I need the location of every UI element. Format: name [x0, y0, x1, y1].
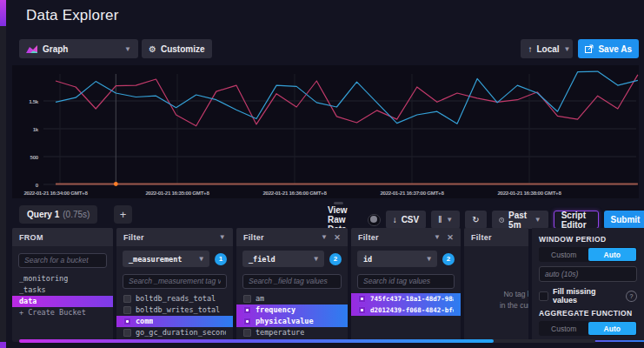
filter-item[interactable]: 745fc437-18a1-48d7-98a6-7… — [351, 293, 461, 304]
script-editor-button[interactable]: Script Editor — [554, 211, 599, 229]
refresh-button[interactable]: ↻ — [465, 211, 486, 229]
chevron-down-icon[interactable]: ▼ — [321, 233, 328, 241]
nav-rail-bottom — [0, 342, 6, 348]
x-tick-label: 2022-01-21 16:38:00 GMT+8 — [497, 190, 561, 196]
close-icon[interactable]: ✕ — [447, 233, 454, 242]
filter-item[interactable]: comm — [116, 316, 233, 327]
tag-key-dropdown[interactable]: _measurement ▼ — [123, 251, 209, 267]
y-tick-label: 1.5k — [29, 98, 39, 104]
filter-item-label: temperature — [256, 328, 304, 337]
filter-item[interactable]: temperature — [236, 327, 348, 338]
item-checkbox[interactable] — [358, 295, 366, 303]
chart-canvas[interactable]: 05001k1.5k2022-01-21 16:34:00 GMT+82022-… — [12, 65, 639, 198]
chevron-down-icon: ▼ — [534, 216, 541, 224]
resize-drag-handle[interactable] — [334, 202, 343, 204]
id-list: 745fc437-18a1-48d7-98a6-7… d2012439-f068… — [351, 293, 461, 316]
selected-count-badge: 2 — [442, 253, 455, 265]
filter-item-label: go_gc_duration_seconds — [136, 328, 226, 337]
filter-panel-header: Filter ▼ — [116, 228, 233, 246]
window-period-heading: WINDOW PERIOD — [539, 235, 637, 244]
toggle-knob — [370, 216, 377, 223]
pause-refresh-dropdown[interactable]: ‖ ▼ — [431, 211, 460, 229]
view-raw-data-toggle[interactable] — [368, 214, 381, 226]
query-duration: (0.75s) — [63, 210, 90, 219]
fill-missing-checkbox[interactable] — [539, 291, 548, 301]
item-checkbox[interactable] — [243, 329, 251, 337]
bucket-label: _tasks — [19, 285, 46, 294]
submit-button[interactable]: Submit — [604, 211, 644, 229]
custom-option[interactable]: Custom — [540, 322, 588, 335]
item-checkbox[interactable] — [123, 329, 131, 337]
y-tick-label: 500 — [30, 154, 39, 160]
item-checkbox[interactable] — [243, 295, 251, 303]
measurement-search-input[interactable] — [123, 274, 227, 289]
auto-option[interactable]: Auto — [588, 322, 637, 335]
from-panel: FROM _monitoring _tasks data + Create Bu… — [12, 228, 113, 342]
from-panel-header: FROM — [12, 228, 113, 246]
variables-label: Local — [536, 44, 559, 54]
filter-panel-id: Filter ▼ ✕ id ▼ 2 745fc437-18a1-48d7-98a… — [351, 228, 461, 342]
horizontal-scrollbar-thumb[interactable] — [19, 339, 494, 343]
close-icon[interactable]: ✕ — [334, 233, 341, 242]
filter-item[interactable]: frequency — [236, 304, 348, 316]
filter-item-label: 745fc437-18a1-48d7-98a6-7… — [370, 295, 454, 303]
aggregate-heading: AGGREGATE FUNCTION — [539, 309, 637, 318]
tag-key-dropdown[interactable]: id ▼ — [357, 251, 437, 267]
filter-item[interactable]: go_gc_duration_seconds — [116, 327, 233, 338]
filter-item[interactable]: boltdb_reads_total — [116, 293, 233, 304]
bucket-list-item[interactable]: _monitoring — [12, 273, 113, 284]
custom-option[interactable]: Custom — [540, 248, 588, 261]
filter-item-label: boltdb_reads_total — [136, 294, 216, 303]
bucket-list-item[interactable]: data — [12, 296, 113, 307]
graph-icon — [26, 44, 38, 53]
series-line-series-magenta — [56, 75, 638, 126]
bucket-list-item[interactable]: _tasks — [12, 284, 113, 296]
pause-icon: ‖ — [438, 215, 442, 224]
time-range-dropdown[interactable]: Past 5m ▼ — [492, 211, 548, 229]
x-tick-label: 2022-01-21 16:36:00 GMT+8 — [262, 190, 327, 196]
bucket-search-input[interactable] — [18, 253, 107, 268]
filter-item[interactable]: d2012439-f068-4842-bfef-8… — [351, 304, 461, 316]
nav-rail-logo[interactable] — [0, 0, 6, 26]
chevron-down-icon[interactable]: ▼ — [434, 233, 441, 241]
download-icon: ↓ — [393, 215, 397, 224]
query-tab[interactable]: Query 1 (0.75s) — [19, 205, 97, 224]
time-range-label: Past 5m — [508, 211, 530, 230]
field-list: am frequency physicalvalue temperature — [236, 293, 348, 338]
bucket-list: _monitoring _tasks data + Create Bucket — [12, 273, 113, 318]
csv-download-button[interactable]: ↓ CSV — [386, 211, 427, 229]
filter-item[interactable]: boltdb_writes_total — [116, 304, 233, 316]
variables-dropdown[interactable]: ↑ Local ▼ — [521, 39, 573, 58]
window-period-input[interactable]: auto (10s) — [539, 266, 637, 282]
view-type-dropdown[interactable]: Graph ▼ — [19, 39, 138, 58]
y-tick-label: 1k — [33, 126, 39, 132]
item-checkbox[interactable] — [243, 306, 251, 314]
tag-key-dropdown[interactable]: _field ▼ — [242, 251, 324, 267]
chevron-down-icon[interactable]: ▼ — [219, 233, 226, 241]
auto-option[interactable]: Auto — [588, 248, 637, 261]
save-as-button[interactable]: Save As — [578, 39, 639, 58]
filter-item[interactable]: am — [236, 293, 348, 304]
field-search-input[interactable] — [242, 274, 342, 289]
customize-button[interactable]: ⚙ Customize — [142, 39, 212, 58]
x-tick-label: 2022-01-21 16:34:00 GMT+8 — [23, 190, 88, 196]
item-checkbox[interactable] — [123, 295, 131, 303]
fill-missing-label: Fill missing values — [553, 287, 621, 304]
export-icon — [585, 44, 594, 53]
page-title: Data Explorer — [26, 7, 119, 24]
chevron-down-icon: ▼ — [427, 255, 431, 263]
filter-item-label: am — [256, 294, 264, 303]
filter-panel-field: Filter ▼ ✕ _field ▼ 2 am frequency — [236, 228, 348, 342]
item-checkbox[interactable] — [123, 306, 131, 314]
filter-item-label: d2012439-f068-4842-bfef-8… — [370, 306, 454, 314]
add-query-button[interactable]: + — [114, 205, 132, 224]
help-icon[interactable]: ? — [626, 291, 637, 302]
filter-panel-header: Filter ▼ ✕ — [351, 228, 461, 246]
filter-item[interactable]: physicalvalue — [236, 316, 348, 327]
id-search-input[interactable] — [357, 274, 455, 289]
item-checkbox[interactable] — [243, 318, 251, 325]
view-type-label: Graph — [43, 44, 68, 54]
item-checkbox[interactable] — [123, 318, 131, 325]
bucket-list-item[interactable]: + Create Bucket — [12, 307, 113, 318]
item-checkbox[interactable] — [358, 306, 366, 314]
